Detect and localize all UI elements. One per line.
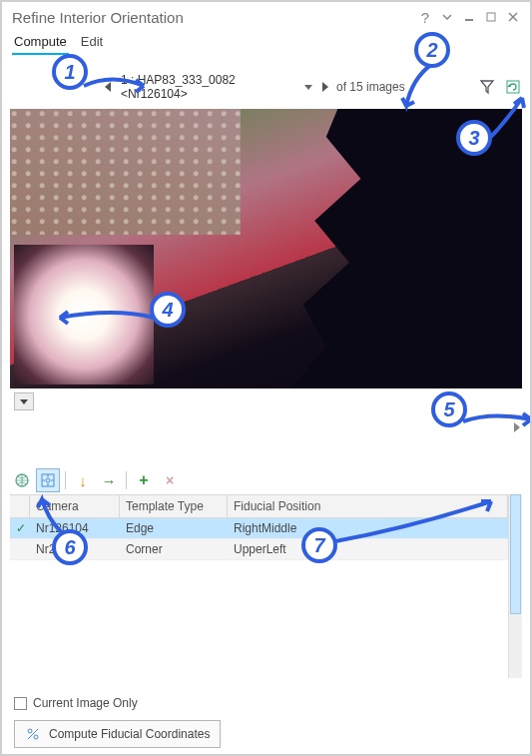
image-nav: 1 : HAP83_333_0082 <Nr126104> of 15 imag…: [2, 55, 530, 109]
table-row[interactable]: Nr20205 Corner UpperLeft: [10, 539, 508, 560]
svg-rect-0: [465, 19, 473, 21]
cell-camera: Nr20205: [30, 539, 120, 559]
table-row[interactable]: ✓ Nr126104 Edge RightMiddle: [10, 518, 508, 539]
cell-template: Edge: [120, 518, 228, 538]
fiducial-table: Camera Template Type Fiducial Position ✓…: [10, 494, 508, 678]
svg-point-7: [34, 735, 38, 739]
table-header: Camera Template Type Fiducial Position: [10, 495, 508, 518]
help-icon[interactable]: ?: [416, 8, 434, 26]
cell-template: Corner: [120, 539, 228, 559]
preview-collapse-button[interactable]: [14, 392, 34, 410]
svg-point-5: [46, 478, 50, 482]
chevron-down-icon: [304, 85, 312, 90]
image-select[interactable]: 1 : HAP83_333_0082 <Nr126104>: [117, 71, 316, 103]
cell-fiducial: RightMiddle: [228, 518, 508, 538]
menu-compute[interactable]: Compute: [12, 32, 69, 55]
menu-bar: Compute Edit: [2, 28, 530, 55]
minimize-icon[interactable]: [460, 8, 478, 26]
prev-image-button[interactable]: [105, 82, 111, 92]
image-select-text: 1 : HAP83_333_0082 <Nr126104>: [121, 73, 304, 101]
checkbox[interactable]: [14, 697, 27, 710]
next-image-button[interactable]: [322, 82, 328, 92]
bottom-panel: Current Image Only Compute Fiducial Coor…: [2, 678, 530, 756]
scrollbar[interactable]: [508, 494, 522, 678]
current-image-only-row[interactable]: Current Image Only: [14, 696, 518, 710]
row-check-icon[interactable]: [10, 539, 30, 559]
menu-edit[interactable]: Edit: [79, 32, 105, 55]
target-fiducial-button[interactable]: [36, 468, 60, 492]
row-check-icon[interactable]: ✓: [10, 518, 30, 538]
close-icon[interactable]: [504, 8, 522, 26]
col-check[interactable]: [10, 495, 30, 517]
scrollbar-thumb[interactable]: [510, 494, 521, 614]
filter-icon[interactable]: [478, 78, 496, 96]
title-bar: Refine Interior Orientation ?: [2, 2, 530, 28]
fiducial-table-wrap: Camera Template Type Fiducial Position ✓…: [10, 494, 522, 678]
col-camera[interactable]: Camera: [30, 495, 120, 517]
move-right-button[interactable]: →: [97, 468, 121, 492]
compute-fiducial-button[interactable]: Compute Fiducial Coordinates: [14, 720, 221, 748]
compute-fiducial-label: Compute Fiducial Coordinates: [49, 727, 210, 741]
image-preview[interactable]: [10, 109, 522, 388]
svg-rect-1: [487, 13, 495, 21]
image-count-text: of 15 images: [336, 80, 405, 94]
fiducial-zoom-inset[interactable]: [14, 245, 154, 384]
current-image-only-label: Current Image Only: [33, 696, 138, 710]
maximize-icon[interactable]: [482, 8, 500, 26]
compute-fiducial-icon: [25, 726, 41, 742]
cell-camera: Nr126104: [30, 518, 120, 538]
dropdown-icon[interactable]: [438, 8, 456, 26]
window-title: Refine Interior Orientation: [12, 9, 412, 26]
add-button[interactable]: +: [132, 468, 156, 492]
move-down-button[interactable]: ↓: [71, 468, 95, 492]
refresh-layer-icon[interactable]: [504, 78, 522, 96]
svg-point-6: [28, 729, 32, 733]
col-template[interactable]: Template Type: [120, 495, 228, 517]
expand-right-button[interactable]: [514, 422, 520, 432]
delete-button[interactable]: ×: [158, 468, 182, 492]
table-toolbar: ↓ → + ×: [2, 466, 530, 494]
cell-fiducial: UpperLeft: [228, 539, 508, 559]
col-fiducial[interactable]: Fiducial Position: [228, 495, 508, 517]
globe-button[interactable]: [10, 468, 34, 492]
